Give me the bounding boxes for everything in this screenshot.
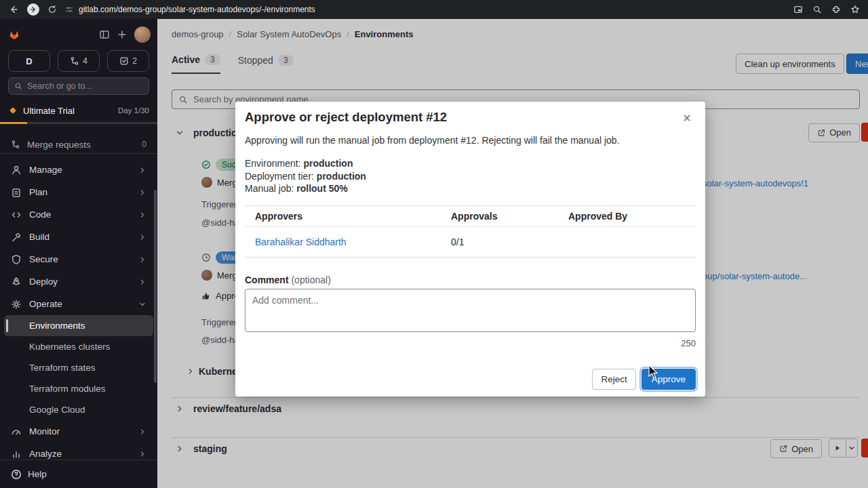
back-icon[interactable] bbox=[8, 4, 19, 15]
sidebar-toggle-icon[interactable] bbox=[99, 29, 110, 40]
modal-title: Approve or reject deployment #12 bbox=[245, 110, 447, 125]
sidebar-search[interactable] bbox=[8, 77, 149, 95]
merge-request-icon bbox=[70, 56, 79, 66]
site-info-icon[interactable] bbox=[65, 5, 73, 14]
tier-value: production bbox=[317, 171, 366, 182]
close-icon[interactable]: ✕ bbox=[679, 110, 694, 125]
gitlab-logo-icon[interactable] bbox=[8, 28, 20, 41]
reload-icon[interactable] bbox=[47, 5, 57, 14]
todos-shortcut-button[interactable]: 2 bbox=[107, 50, 149, 72]
chevron-right-icon bbox=[138, 428, 146, 436]
operate-icon bbox=[11, 299, 22, 310]
sidebar-scrollbar[interactable] bbox=[154, 190, 157, 383]
approver-link[interactable]: Barahalikar Siddharth bbox=[255, 237, 347, 247]
sidebar-item-monitor[interactable]: Monitor bbox=[4, 420, 153, 443]
url-text: gitlab.com/demos-group/solar-system-auto… bbox=[79, 5, 315, 14]
merge-request-icon bbox=[11, 140, 20, 149]
forward-icon[interactable] bbox=[27, 3, 39, 16]
help-icon bbox=[11, 469, 22, 480]
sidebar-item-deploy[interactable]: Deploy bbox=[4, 270, 153, 293]
chevron-right-icon bbox=[138, 450, 146, 458]
build-icon bbox=[11, 232, 22, 243]
chevron-right-icon bbox=[138, 256, 146, 264]
approve-deployment-modal: Approve or reject deployment #12 ✕ Appro… bbox=[235, 102, 705, 396]
todo-icon bbox=[119, 56, 129, 66]
pip-icon[interactable] bbox=[793, 5, 803, 14]
sidebar-help[interactable]: Help bbox=[0, 460, 157, 488]
deploy-icon bbox=[11, 277, 22, 287]
browser-chrome: gitlab.com/demos-group/solar-system-auto… bbox=[0, 0, 868, 19]
table-header: Approvers Approvals Approved By bbox=[245, 205, 696, 227]
project-shortcut-button[interactable]: D bbox=[8, 50, 50, 72]
trial-gem-icon bbox=[8, 106, 18, 115]
modal-description: Approving will run the manual job from d… bbox=[245, 135, 696, 146]
mr-count: 0 bbox=[142, 140, 146, 149]
trial-progress bbox=[0, 122, 157, 124]
approvals-count: 0/1 bbox=[448, 237, 565, 247]
approvers-table: Approvers Approvals Approved By Barahali… bbox=[245, 205, 696, 258]
table-row: Barahalikar Siddharth 0/1 bbox=[245, 227, 696, 258]
chevron-right-icon bbox=[138, 233, 146, 241]
chevron-right-icon bbox=[138, 278, 146, 286]
comment-textarea[interactable] bbox=[245, 289, 696, 332]
sidebar-item-build[interactable]: Build bbox=[4, 226, 153, 248]
sidebar-item-operate[interactable]: Operate bbox=[4, 293, 153, 315]
search-tab-icon[interactable] bbox=[812, 5, 822, 14]
sidebar-item-terraform-modules[interactable]: Terraform modules bbox=[4, 378, 153, 399]
sidebar: D 4 2 Ultimate Trial Day 1/30 Merge requ… bbox=[0, 19, 157, 488]
extensions-icon[interactable] bbox=[831, 5, 841, 14]
chevron-right-icon bbox=[138, 211, 146, 219]
sidebar-item-plan[interactable]: Plan bbox=[4, 181, 153, 203]
environment-value: production bbox=[303, 158, 353, 169]
comment-label: Comment (optional) bbox=[245, 274, 331, 285]
search-icon bbox=[14, 82, 22, 90]
chevron-right-icon bbox=[138, 166, 146, 174]
sidebar-item-merge-requests[interactable]: Merge requests 0 bbox=[4, 134, 153, 155]
sidebar-item-kubernetes-clusters[interactable]: Kubernetes clusters bbox=[4, 336, 153, 357]
sidebar-item-secure[interactable]: Secure bbox=[4, 248, 153, 270]
create-new-icon[interactable] bbox=[117, 29, 127, 40]
deployment-details: Environment: production Deployment tier:… bbox=[245, 157, 366, 195]
chevron-right-icon bbox=[138, 188, 146, 197]
manual-job-value: rollout 50% bbox=[296, 183, 347, 194]
merge-requests-shortcut-button[interactable]: 4 bbox=[58, 50, 100, 72]
mouse-cursor bbox=[648, 365, 660, 380]
trial-day: Day 1/30 bbox=[118, 106, 149, 115]
sidebar-item-code[interactable]: Code bbox=[4, 203, 153, 226]
user-avatar[interactable] bbox=[134, 26, 151, 43]
analyze-icon bbox=[11, 449, 22, 460]
sidebar-item-manage[interactable]: Manage bbox=[4, 159, 153, 181]
code-icon bbox=[11, 209, 22, 220]
reject-button[interactable]: Reject bbox=[592, 369, 635, 390]
modal-footer: Reject Approve bbox=[592, 369, 696, 390]
address-bar[interactable]: gitlab.com/demos-group/solar-system-auto… bbox=[65, 5, 785, 14]
secure-icon bbox=[11, 254, 22, 265]
manage-icon bbox=[11, 165, 22, 176]
plan-icon bbox=[11, 187, 22, 198]
sidebar-item-environments[interactable]: Environments bbox=[4, 315, 153, 336]
sidebar-item-terraform-states[interactable]: Terraform states bbox=[4, 357, 153, 378]
monitor-icon bbox=[11, 426, 22, 437]
bookmark-star-icon[interactable] bbox=[850, 5, 860, 14]
sidebar-item-google-cloud[interactable]: Google Cloud bbox=[4, 399, 153, 420]
chevron-down-icon bbox=[138, 300, 146, 308]
sidebar-search-input[interactable] bbox=[27, 81, 122, 91]
character-count: 250 bbox=[681, 338, 696, 348]
trial-label[interactable]: Ultimate Trial bbox=[23, 106, 113, 116]
